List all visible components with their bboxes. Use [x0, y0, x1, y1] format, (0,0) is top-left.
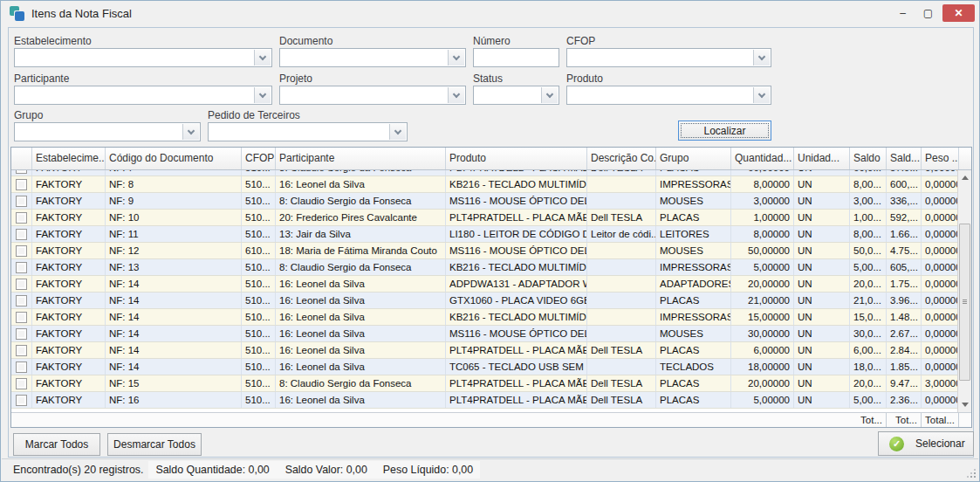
table-row[interactable]: FAKTORYNF: 16510...16: Leonel da SilvaPL… — [11, 392, 959, 409]
table-row[interactable]: FAKTORYNF: 8510...16: Leonel da SilvaKB2… — [11, 176, 959, 193]
row-checkbox[interactable] — [16, 345, 27, 356]
column-header-peso[interactable]: Peso ... — [922, 148, 959, 169]
scroll-down-button[interactable] — [958, 397, 971, 412]
cell-peso: 0,00000 — [922, 309, 959, 325]
cell-estabelecimento: FAKTORY — [32, 243, 106, 258]
row-checkbox[interactable] — [16, 196, 27, 207]
cell-saldo_valor: 57.9... — [887, 170, 922, 176]
chevron-down-icon[interactable] — [448, 87, 464, 103]
titlebar: Itens da Nota Fiscal – ▢ ✕ — [1, 1, 979, 26]
column-header-unidade[interactable]: Unidad... — [794, 148, 850, 169]
table-row[interactable]: FAKTORYNF: 14510...16: Leonel da SilvaMS… — [11, 326, 959, 342]
produto-combobox[interactable] — [566, 86, 771, 105]
filter-label-estabelecimento: Estabelecimento — [14, 35, 272, 47]
row-checkbox[interactable] — [16, 179, 27, 190]
scroll-up-button[interactable] — [958, 170, 971, 185]
column-header-produto[interactable]: Produto — [446, 148, 587, 169]
row-checkbox[interactable] — [16, 328, 27, 340]
table-row[interactable]: FAKTORYNF: 14510...16: Leonel da SilvaPL… — [11, 342, 959, 359]
row-checkbox[interactable] — [16, 279, 27, 290]
status-combobox[interactable] — [473, 86, 559, 105]
column-header-descricao_complementar[interactable]: Descrição Co... — [587, 148, 656, 169]
chevron-down-icon[interactable] — [254, 87, 271, 103]
table-row[interactable]: FAKTORYNF: 11510...13: Jair da SilvaLI18… — [11, 226, 959, 243]
table-row[interactable]: FAKTORYNF: 14510...16: Leonel da SilvaGT… — [11, 293, 959, 309]
row-checkbox[interactable] — [16, 245, 27, 257]
cell-participante: 18: Maria de Fátima Miranda Couto — [276, 243, 446, 258]
grid-body: FAKTORYNF: 7510...8: Claudio Sergio da F… — [11, 170, 959, 412]
column-header-grupo[interactable]: Grupo — [656, 148, 731, 169]
selecionar-button[interactable]: ✓ Selecionar — [878, 431, 974, 456]
row-checkbox-cell — [11, 342, 32, 358]
row-checkbox[interactable] — [16, 378, 27, 389]
vertical-scrollbar[interactable] — [957, 170, 971, 412]
column-header-quantidade[interactable]: Quantidad... — [731, 148, 794, 169]
chevron-down-icon[interactable] — [448, 50, 464, 65]
cell-participante: 16: Leonel da Silva — [276, 342, 446, 358]
maximize-button[interactable]: ▢ — [915, 4, 941, 22]
column-header-saldo[interactable]: Saldo — [850, 148, 887, 169]
cell-cfop: 610... — [242, 243, 276, 258]
estabelecimento-combobox[interactable] — [14, 48, 272, 67]
table-row[interactable]: FAKTORYNF: 13510...8: Claudio Sergio da … — [11, 259, 959, 276]
cell-codigo_documento: NF: 14 — [106, 342, 242, 358]
column-header-saldo_valor[interactable]: Sald... — [887, 148, 922, 169]
close-button[interactable]: ✕ — [942, 4, 975, 22]
pedido-terceiros-combobox[interactable] — [208, 122, 408, 141]
column-header-codigo_documento[interactable]: Código do Documento — [106, 148, 242, 169]
filter-label-pedido-terceiros: Pedido de Terceiros — [208, 109, 408, 121]
chevron-down-icon[interactable] — [389, 124, 406, 140]
chevron-down-icon[interactable] — [541, 87, 558, 103]
row-checkbox[interactable] — [16, 170, 27, 174]
row-checkbox[interactable] — [16, 312, 27, 323]
chevron-down-icon[interactable] — [753, 50, 770, 65]
chevron-down-icon[interactable] — [753, 87, 770, 103]
table-row[interactable]: FAKTORYNF: 12610...18: Maria de Fátima M… — [11, 243, 959, 259]
chevron-down-icon[interactable] — [254, 50, 271, 65]
table-row[interactable]: FAKTORYNF: 10510...20: Frederico Pires C… — [11, 210, 959, 226]
row-checkbox[interactable] — [16, 295, 27, 306]
minimize-button[interactable]: – — [890, 4, 915, 22]
column-header-participante[interactable]: Participante — [276, 148, 446, 169]
projeto-combobox[interactable] — [279, 86, 466, 105]
column-header-estabelecimento[interactable]: Estabelecime... — [32, 148, 106, 169]
desmarcar-todos-button[interactable]: Desmarcar Todos — [107, 433, 202, 456]
chevron-glyph — [453, 52, 460, 59]
table-row[interactable]: FAKTORYNF: 14510...16: Leonel da SilvaKB… — [11, 309, 959, 326]
column-header-select[interactable] — [11, 148, 32, 169]
numero-input[interactable] — [474, 49, 559, 66]
cell-cfop: 510... — [242, 276, 276, 292]
marcar-todos-button[interactable]: Marcar Todos — [13, 433, 100, 456]
chevron-down-icon[interactable] — [182, 124, 199, 140]
cfop-combobox[interactable] — [566, 48, 771, 67]
table-row[interactable]: FAKTORYNF: 9510...8: Claudio Sergio da F… — [11, 193, 959, 210]
row-checkbox[interactable] — [16, 262, 27, 273]
cell-peso: 0,00000 — [922, 259, 959, 275]
status-saldo-quantidade: Saldo Quantidade: 0,00 — [155, 464, 269, 476]
grupo-combobox[interactable] — [14, 122, 201, 141]
cell-quantidade: 5,00000 — [731, 392, 794, 408]
localizar-button[interactable]: Localizar — [678, 120, 771, 141]
cell-saldo: 1,00... — [850, 210, 887, 225]
documento-combobox[interactable] — [279, 48, 466, 67]
table-row[interactable]: FAKTORYNF: 14510...16: Leonel da SilvaAD… — [11, 276, 959, 293]
cell-peso: 0,00000 — [922, 276, 959, 292]
cell-saldo_valor: 1.48... — [887, 309, 922, 325]
cell-peso: 0,00000 — [922, 392, 959, 408]
cell-produto: TC065 - TECLADO USB SEM F... — [446, 359, 587, 375]
cell-grupo: ADAPTADORES — [656, 276, 731, 292]
row-checkbox[interactable] — [16, 212, 27, 224]
cell-unidade: UN — [794, 392, 850, 408]
column-header-cfop[interactable]: CFOP — [242, 148, 276, 169]
table-row[interactable]: FAKTORYNF: 15510...8: Claudio Sergio da … — [11, 375, 959, 392]
resize-grip-icon[interactable] — [965, 467, 976, 478]
row-checkbox[interactable] — [16, 229, 27, 240]
scrollbar-thumb[interactable] — [959, 224, 970, 381]
table-row[interactable]: FAKTORYNF: 14510...16: Leonel da SilvaTC… — [11, 359, 959, 375]
chevron-glyph — [259, 90, 266, 97]
participante-combobox[interactable] — [14, 86, 272, 105]
row-checkbox[interactable] — [16, 395, 27, 406]
row-checkbox[interactable] — [16, 362, 27, 373]
filter-grupo: Grupo — [14, 109, 201, 141]
table-row[interactable]: FAKTORYNF: 7510...8: Claudio Sergio da F… — [11, 170, 959, 176]
